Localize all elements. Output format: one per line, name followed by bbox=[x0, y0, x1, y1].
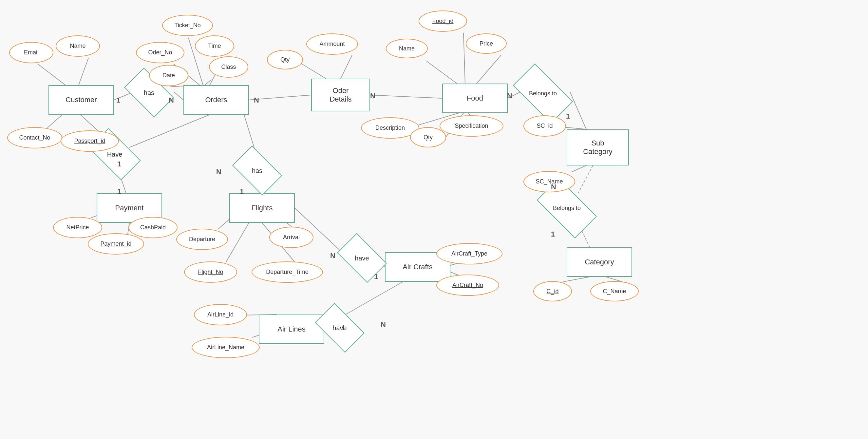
attr-sc-name-label: SC_Name bbox=[535, 178, 563, 185]
diamond-belongs-to1-label: Belongs to bbox=[529, 90, 557, 97]
svg-line-17 bbox=[476, 55, 501, 84]
attr-email: Email bbox=[9, 42, 53, 63]
card-1: 1 bbox=[116, 96, 120, 104]
entity-payment-label: Payment bbox=[115, 204, 144, 212]
diamond-have2: have bbox=[341, 244, 383, 272]
entity-sub-category: SubCategory bbox=[567, 129, 629, 165]
entity-category-label: Category bbox=[585, 258, 614, 266]
card-13: N bbox=[330, 252, 335, 260]
attr-contact-no-label: Contact_No bbox=[19, 134, 50, 141]
attr-flight-no-label: Flight_No bbox=[198, 269, 223, 276]
attr-aircraft-no: AirCraft_No bbox=[436, 275, 499, 296]
attr-price-label: Price bbox=[479, 40, 493, 47]
card-10: 1 bbox=[117, 187, 121, 196]
attr-aircraft-type: AirCraft_Type bbox=[436, 243, 502, 264]
attr-airline-id-label: AirLine_id bbox=[207, 311, 234, 318]
attr-name-customer-label: Name bbox=[70, 42, 86, 50]
attr-food-id-label: Food_id bbox=[432, 18, 453, 25]
attr-passport-id-label: Passport_id bbox=[74, 137, 105, 145]
diamond-have2-label: have bbox=[355, 254, 369, 262]
svg-line-0 bbox=[38, 64, 65, 85]
attr-departure-time-label: Departure_Time bbox=[266, 269, 308, 276]
svg-line-38 bbox=[226, 223, 249, 262]
attr-payment-id: Payment_id bbox=[88, 233, 144, 255]
attr-date-label: Date bbox=[162, 72, 175, 79]
entity-oder-details-label: OderDetails bbox=[330, 87, 351, 104]
card-4: N bbox=[370, 92, 375, 100]
attr-passport-id: Passport_id bbox=[61, 130, 119, 152]
entity-category: Category bbox=[567, 247, 632, 277]
entity-flights: Flights bbox=[229, 193, 295, 223]
attr-ticket-no: Ticket_No bbox=[162, 15, 213, 36]
attr-cashpaid: CashPaid bbox=[128, 217, 178, 238]
svg-line-13 bbox=[341, 55, 352, 79]
diamond-belongs-to2-label: Belongs to bbox=[553, 205, 581, 212]
attr-airline-name-label: AirLine_Name bbox=[207, 344, 244, 351]
svg-line-22 bbox=[570, 92, 586, 129]
diamond-have3-label: have bbox=[333, 324, 346, 332]
entity-food-label: Food bbox=[467, 94, 483, 102]
attr-departure-label: Departure bbox=[189, 236, 215, 243]
diamond-has1-label: has bbox=[144, 89, 154, 97]
entity-air-crafts-label: Air Crafts bbox=[403, 263, 433, 271]
attr-sc-name: SC_Name bbox=[523, 171, 575, 192]
attr-name-food-label: Name bbox=[399, 45, 415, 52]
card-6: 1 bbox=[566, 112, 570, 121]
card-8: 1 bbox=[551, 230, 555, 239]
attr-c-name-label: C_Name bbox=[603, 288, 626, 295]
attr-c-name: C_Name bbox=[590, 281, 639, 302]
svg-line-25 bbox=[578, 165, 593, 193]
attr-specification: Specification bbox=[440, 115, 503, 136]
attr-flight-no: Flight_No bbox=[184, 261, 237, 283]
entity-orders-label: Orders bbox=[205, 96, 227, 104]
attr-c-id: C_id bbox=[533, 281, 572, 302]
attr-time-label: Time bbox=[208, 42, 221, 50]
attr-food-id: Food_id bbox=[418, 10, 467, 32]
attr-ammount-label: Ammount bbox=[319, 41, 345, 48]
svg-line-44 bbox=[346, 282, 403, 314]
attr-specification-label: Specification bbox=[455, 123, 488, 129]
attr-oder-no-label: Oder_No bbox=[148, 49, 172, 56]
attr-airline-name: AirLine_Name bbox=[192, 337, 260, 358]
attr-oder-no: Oder_No bbox=[136, 42, 184, 63]
card-3: N bbox=[254, 96, 259, 104]
entity-customer-label: Customer bbox=[65, 96, 97, 104]
attr-time: Time bbox=[195, 35, 234, 57]
card-12: 1 bbox=[240, 187, 244, 196]
diamond-belongs-to2: Belongs to bbox=[540, 193, 594, 224]
er-diagram: Customer Orders OderDetails Food SubCate… bbox=[0, 0, 868, 439]
attr-netprice-label: NetPrice bbox=[66, 224, 89, 231]
diamond-belongs-to1: Belongs to bbox=[516, 78, 570, 109]
svg-line-29 bbox=[129, 115, 210, 148]
svg-line-23 bbox=[563, 127, 588, 129]
svg-line-2 bbox=[48, 115, 62, 128]
svg-line-1 bbox=[79, 58, 88, 85]
attr-departure: Departure bbox=[176, 229, 228, 250]
diamond-have3: have bbox=[318, 314, 361, 342]
entity-oder-details: OderDetails bbox=[311, 79, 370, 112]
attr-qty1: Qty bbox=[267, 50, 303, 69]
attr-price: Price bbox=[466, 33, 507, 54]
entity-orders: Orders bbox=[183, 85, 249, 115]
attr-name-food: Name bbox=[386, 39, 428, 58]
card-5: N bbox=[507, 92, 512, 100]
svg-line-12 bbox=[298, 62, 326, 79]
svg-line-15 bbox=[463, 33, 465, 84]
attr-contact-no: Contact_No bbox=[7, 127, 62, 148]
attr-sc-id-label: SC_id bbox=[536, 123, 553, 129]
attr-name-customer: Name bbox=[56, 35, 100, 57]
svg-line-16 bbox=[426, 61, 457, 84]
attr-netprice: NetPrice bbox=[53, 217, 102, 238]
card-15: N bbox=[381, 320, 386, 329]
diamond-has2: has bbox=[236, 157, 278, 184]
attr-qty2-label: Qty bbox=[424, 134, 433, 141]
attr-qty1-label: Qty bbox=[280, 56, 289, 63]
attr-email-label: Email bbox=[24, 49, 39, 56]
attr-class: Class bbox=[209, 56, 248, 77]
entity-customer: Customer bbox=[49, 85, 114, 115]
entity-air-lines-label: Air Lines bbox=[277, 325, 306, 334]
card-7: N bbox=[551, 183, 556, 191]
svg-line-3 bbox=[80, 115, 98, 131]
attr-description-label: Description bbox=[375, 125, 405, 131]
attr-ticket-no-label: Ticket_No bbox=[174, 22, 200, 29]
